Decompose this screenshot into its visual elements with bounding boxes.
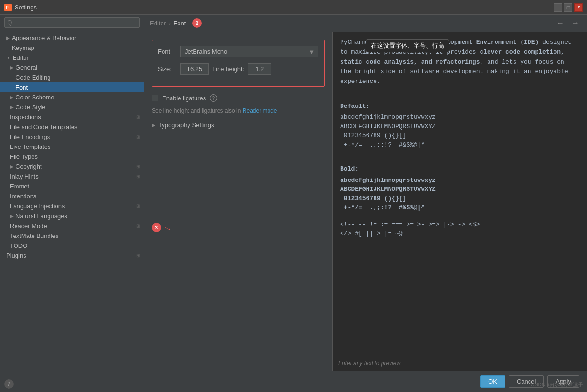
- sidebar-item-file-encodings[interactable]: File Encodings ⊞: [0, 132, 144, 142]
- reader-mode-text: See line height and ligatures also in Re…: [152, 107, 325, 114]
- sidebar-item-editor[interactable]: ▼ Editor: [0, 53, 144, 63]
- sidebar-item-textmate-bundles[interactable]: TextMate Bundles: [0, 231, 144, 241]
- forward-button[interactable]: →: [570, 19, 581, 27]
- close-button[interactable]: ✕: [574, 3, 583, 12]
- sidebar-item-color-scheme[interactable]: ▶ Color Scheme: [0, 92, 144, 102]
- sidebar-item-todo[interactable]: TODO: [0, 241, 144, 251]
- preview-ligature-line-1: <!-- -- != := === >= >- >=> |-> -> <$>: [340, 220, 579, 229]
- sidebar-item-live-templates[interactable]: Live Templates: [0, 142, 144, 152]
- sidebar-item-natural-languages[interactable]: ▶ Natural Languages: [0, 211, 144, 221]
- preview-footer: [333, 356, 587, 371]
- preview-default-line-4: +-*/= .,;:!? #&$%@|^: [340, 140, 579, 150]
- preview-bold-label: Bold:: [340, 164, 579, 174]
- search-input[interactable]: [4, 17, 140, 28]
- back-button[interactable]: ←: [554, 19, 566, 27]
- preview-default-line-3: 0123456789 (){}[]: [340, 131, 579, 140]
- titlebar: P Settings ─ □ ✕: [0, 0, 587, 15]
- typography-label: Typography Settings: [158, 122, 214, 129]
- breadcrumb: Editor › Font 2 在这设置字体、字号、行高 ← →: [144, 15, 587, 32]
- ok-button[interactable]: OK: [480, 375, 505, 388]
- main-content: ▶ Appearance & Behavior Keymap ▼ Editor …: [0, 15, 587, 392]
- preview-panel: PyCharm is an Integrated Development Env…: [333, 32, 587, 371]
- typography-header[interactable]: ▶ Typography Settings: [152, 122, 325, 129]
- preview-ligature-line-2: </> #[ |||> |= ~@: [340, 229, 579, 238]
- sidebar-item-emmet[interactable]: Emmet: [0, 181, 144, 191]
- main-panel: Editor › Font 2 在这设置字体、字号、行高 ← →: [144, 15, 587, 392]
- preview-default-label: Default:: [340, 102, 579, 111]
- tooltip-text: 在这设置字体、字号、行高: [371, 42, 444, 49]
- annotation-area-3: 3 →: [152, 223, 325, 232]
- ligatures-row: Enable ligatures ?: [152, 94, 325, 102]
- settings-icon: ⊞: [136, 134, 140, 139]
- preview-input[interactable]: [338, 360, 581, 367]
- arrow-icon: ▶: [10, 105, 14, 110]
- preview-bold-line-3: 0123456789 (){}[]: [340, 194, 579, 204]
- settings-window: P Settings ─ □ ✕ ▶ Appearance & Behavior…: [0, 0, 587, 392]
- size-label: Size:: [158, 65, 177, 73]
- sidebar-item-inspections[interactable]: Inspections ⊞: [0, 112, 144, 122]
- size-row: Size: Line height:: [158, 63, 318, 75]
- sidebar-item-plugins[interactable]: Plugins ⊞: [0, 251, 144, 261]
- reader-mode-link[interactable]: Reader mode: [243, 107, 277, 114]
- typography-section: ▶ Typography Settings: [152, 122, 325, 129]
- sidebar-item-file-code-templates[interactable]: File and Code Templates: [0, 122, 144, 132]
- arrow-icon: ▶: [10, 65, 14, 70]
- sidebar-item-inlay-hints[interactable]: Inlay Hints ⊞: [0, 172, 144, 181]
- font-dropdown-wrap: JetBrains Mono ▼: [180, 46, 318, 57]
- annotation-arrow-3: →: [161, 221, 175, 235]
- sidebar-item-general[interactable]: ▶ General: [0, 63, 144, 73]
- sidebar-item-copyright[interactable]: ▶ Copyright ⊞: [0, 162, 144, 172]
- panel-content: Font: JetBrains Mono ▼ Size:: [144, 32, 587, 371]
- preview-bold-line-1: abcdefghijklmnopqrstuvwxyz: [340, 176, 579, 185]
- arrow-icon: ▶: [10, 213, 14, 219]
- preview-content: PyCharm is an Integrated Development Env…: [333, 32, 587, 356]
- ligatures-label: Enable ligatures: [162, 95, 206, 102]
- size-input[interactable]: [180, 63, 209, 75]
- sidebar: ▶ Appearance & Behavior Keymap ▼ Editor …: [0, 15, 144, 392]
- arrow-icon: ▶: [6, 35, 10, 41]
- help-button[interactable]: ?: [4, 379, 14, 389]
- tooltip-box: 在这设置字体、字号、行高: [366, 39, 449, 52]
- breadcrumb-nav: ← →: [554, 19, 581, 27]
- arrow-icon: ▼: [6, 55, 11, 60]
- sidebar-tree: ▶ Appearance & Behavior Keymap ▼ Editor …: [0, 31, 144, 376]
- settings-icon: ⊞: [136, 253, 140, 258]
- font-select[interactable]: JetBrains Mono: [180, 46, 318, 57]
- app-icon: P: [4, 4, 12, 11]
- preview-bold-line-4: +-*/= .,;:!? #&$%@|^: [340, 203, 579, 212]
- font-row: Font: JetBrains Mono ▼: [158, 46, 318, 57]
- sidebar-item-file-types[interactable]: File Types: [0, 152, 144, 162]
- sidebar-item-keymap[interactable]: Keymap: [0, 43, 144, 53]
- svg-text:P: P: [6, 5, 9, 10]
- titlebar-title: Settings: [15, 4, 554, 11]
- font-label: Font:: [158, 48, 177, 55]
- maximize-button[interactable]: □: [564, 3, 572, 12]
- sidebar-item-code-style[interactable]: ▶ Code Style: [0, 102, 144, 112]
- annotation-badge-3: 3: [152, 223, 161, 232]
- font-section: Font: JetBrains Mono ▼ Size:: [152, 40, 325, 87]
- help-ligatures-icon[interactable]: ?: [210, 94, 217, 102]
- sidebar-item-language-injections[interactable]: Language Injections ⊞: [0, 201, 144, 211]
- minimize-button[interactable]: ─: [554, 3, 562, 12]
- ligatures-checkbox[interactable]: [152, 95, 158, 101]
- sidebar-item-reader-mode[interactable]: Reader Mode ⊞: [0, 221, 144, 231]
- preview-default-line-2: ABCDEFGHIJKLMNOPQRSTUVWXYZ: [340, 122, 579, 131]
- sidebar-bottom: ?: [0, 376, 144, 392]
- search-bar: [0, 15, 144, 31]
- preview-bold-line-2: ABCDEFGHIJKLMNOPQRSTUVWXYZ: [340, 185, 579, 194]
- sidebar-item-appearance[interactable]: ▶ Appearance & Behavior: [0, 33, 144, 43]
- line-height-label: Line height:: [212, 65, 244, 73]
- sidebar-item-font[interactable]: Font → 1: [0, 82, 144, 92]
- sidebar-item-intentions[interactable]: Intentions: [0, 191, 144, 201]
- typography-arrow-icon: ▶: [152, 122, 155, 128]
- window-controls: ─ □ ✕: [554, 3, 583, 12]
- watermark: CSDN @代码羽球选手: [531, 381, 583, 388]
- bottom-bar: OK Cancel Apply: [144, 371, 587, 392]
- arrow-icon: ▶: [10, 164, 14, 169]
- preview-default-line-1: abcdefghijklmnopqrstuvwxyz: [340, 113, 579, 122]
- line-height-input[interactable]: [248, 63, 271, 75]
- breadcrumb-separator: ›: [169, 20, 171, 27]
- sidebar-item-code-editing[interactable]: Code Editing: [0, 73, 144, 82]
- settings-form: Font: JetBrains Mono ▼ Size:: [144, 32, 333, 371]
- settings-icon: ⊞: [136, 174, 140, 179]
